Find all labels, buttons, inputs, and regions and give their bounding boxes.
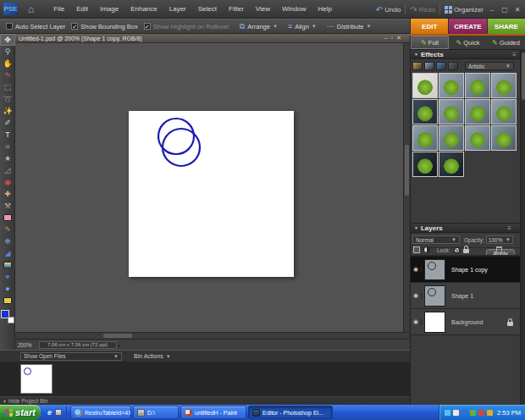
tab-edit[interactable]: EDIT [410, 19, 448, 34]
menu-filter[interactable]: Filter [223, 5, 250, 13]
layer-row[interactable]: ◉Shape 1 [411, 283, 520, 309]
color-swatches[interactable] [1, 310, 14, 323]
tab-quick-edit[interactable]: ✎ Quick [449, 36, 487, 49]
collapse-triangle-icon[interactable]: ▼ [414, 52, 418, 57]
effect-thumbnail[interactable] [491, 125, 517, 151]
organizer-button[interactable]: Organizer [445, 6, 484, 14]
horizontal-scrollbar[interactable] [15, 332, 410, 339]
scrollbar-thumb[interactable] [405, 145, 409, 196]
zoom-level[interactable]: 200% [18, 342, 32, 348]
menu-file[interactable]: File [47, 5, 70, 13]
start-button[interactable]: start [0, 405, 41, 420]
zoom-tool[interactable]: ⚲ [0, 46, 15, 58]
menu-image[interactable]: Image [94, 5, 124, 13]
collapse-triangle-icon[interactable]: ▼ [414, 225, 418, 230]
smart-brush-tool[interactable]: ❈ [0, 235, 15, 247]
palette-scrollbar[interactable] [520, 49, 525, 405]
taskbar-button[interactable]: untitledH - Paint [181, 406, 246, 418]
restore-icon[interactable]: ▢ [500, 6, 509, 14]
lock-transparency-icon[interactable] [454, 247, 460, 253]
hide-project-bin-button[interactable]: Hide Project Bin [8, 398, 48, 404]
effect-thumbnail[interactable] [439, 73, 464, 98]
effect-thumbnail[interactable] [439, 125, 464, 151]
open-file-thumbnail[interactable] [20, 364, 52, 394]
tab-guided-edit[interactable]: ✎ Guided [487, 36, 525, 49]
effect-thumbnail[interactable] [465, 99, 490, 124]
healing-brush-tool[interactable]: ✚ [0, 188, 15, 200]
redo-button[interactable]: ↷ Redo [410, 5, 435, 14]
effect-thumbnail[interactable] [465, 125, 490, 151]
menu-view[interactable]: View [250, 5, 276, 13]
effect-thumbnail[interactable] [491, 99, 517, 124]
arrange-dropdown[interactable]: ⧉ Arrange ▼ [240, 22, 278, 31]
effect-thumbnail[interactable] [412, 73, 438, 98]
show-open-files-select[interactable]: Show Open Files ▼ [20, 352, 122, 361]
effect-thumbnail[interactable] [412, 99, 438, 124]
all-effects-icon[interactable] [448, 62, 458, 70]
home-icon[interactable]: ⌂ [28, 3, 34, 15]
filters-icon[interactable] [412, 62, 423, 70]
layer-row[interactable]: ◉Shape 1 copy [411, 257, 520, 283]
shape-circle-1[interactable] [158, 119, 194, 154]
doc-restore-icon[interactable]: ▫ [391, 35, 393, 41]
cookie-cutter-tool[interactable]: ★ [0, 152, 15, 164]
clone-stamp-tool[interactable]: ⚒ [0, 200, 15, 212]
paint-bucket-tool[interactable]: ◢ [0, 247, 15, 259]
eraser-tool[interactable] [0, 212, 15, 224]
straighten-tool[interactable]: ◿ [0, 164, 15, 176]
taskbar-button[interactable]: D:\ [134, 406, 178, 418]
visibility-eye-icon[interactable]: ◉ [411, 266, 422, 273]
align-dropdown[interactable]: ≡ Align ▼ [288, 22, 317, 30]
tab-full-edit[interactable]: ✎ Full [411, 36, 449, 49]
opacity-input[interactable]: 100% ▼ [486, 235, 513, 244]
new-layer-icon[interactable] [413, 246, 420, 253]
red-eye-tool[interactable]: ◉ [0, 176, 15, 188]
doc-close-icon[interactable]: ✕ [396, 35, 401, 41]
layer-row[interactable]: ◉Background [411, 309, 520, 335]
effect-thumbnail[interactable] [412, 125, 438, 151]
shape-tool[interactable]: ♥ [0, 271, 15, 283]
layers-palette-header[interactable]: ▼ Layers ≡ [411, 223, 520, 233]
show-bounding-box-checkbox[interactable]: ✓ [71, 23, 78, 30]
palette-menu-icon[interactable]: ≡ [507, 224, 511, 232]
effects-category-select[interactable]: Artistic ▼ [465, 62, 514, 70]
canvas-area[interactable] [15, 43, 403, 332]
tray-icon[interactable] [470, 410, 476, 416]
effect-thumbnail[interactable] [439, 152, 464, 177]
menu-select[interactable]: Select [192, 5, 223, 13]
menu-layer[interactable]: Layer [163, 5, 192, 13]
canvas[interactable] [129, 111, 294, 277]
taskbar-button[interactable]: RestruTableId=4XG... [71, 406, 130, 418]
auto-select-layer-checkbox[interactable] [6, 23, 13, 30]
document-titlebar[interactable]: Untitled-1.psd @ 200% (Shape 1 copy, RGB… [15, 34, 410, 43]
move-tool[interactable]: ✥ [0, 34, 15, 46]
effect-thumbnail[interactable] [439, 99, 464, 124]
tray-icon[interactable] [478, 410, 484, 416]
crop-tool[interactable]: ⌗ [0, 141, 15, 152]
selection-brush-tool[interactable]: ✐ [0, 117, 15, 129]
palette-menu-icon[interactable]: ≡ [512, 51, 517, 58]
magic-wand-tool[interactable]: ✨ [0, 105, 15, 117]
menu-edit[interactable]: Edit [70, 5, 94, 13]
bin-actions-button[interactable]: Bin Actions ▼ [134, 353, 171, 359]
tray-icon[interactable] [461, 410, 467, 416]
type-tool[interactable]: T [0, 129, 15, 141]
eyedropper-tool[interactable]: ✎ [0, 69, 15, 81]
tray-icon[interactable] [445, 410, 450, 416]
close-icon[interactable]: ✕ [513, 6, 522, 14]
sponge-tool[interactable] [0, 295, 15, 307]
minimize-icon[interactable]: – [488, 6, 496, 14]
show-highlight-checkbox[interactable]: ✓ [144, 23, 151, 30]
tray-icon[interactable] [453, 410, 459, 416]
delete-layer-icon[interactable] [496, 246, 502, 253]
distribute-dropdown[interactable]: ⋯ Distribute ▼ [327, 22, 372, 30]
blur-tool[interactable]: ● [0, 283, 15, 295]
show-desktop-icon[interactable] [55, 409, 62, 416]
gradient-tool[interactable] [0, 259, 15, 271]
tab-create[interactable]: CREATE [448, 19, 486, 34]
adjustment-layer-icon[interactable] [423, 246, 430, 253]
lasso-tool[interactable]: ➰ [0, 93, 15, 105]
scrollbar-thumb[interactable] [103, 334, 132, 338]
marquee-tool[interactable]: ⬚ [0, 81, 15, 93]
scrollbar-thumb[interactable] [522, 52, 525, 100]
